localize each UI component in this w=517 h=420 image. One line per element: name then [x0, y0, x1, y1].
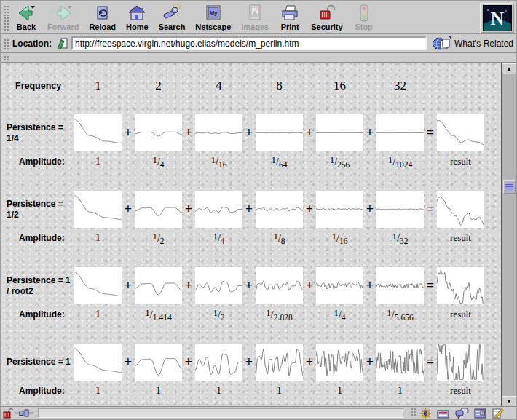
security-button[interactable]: Security: [307, 2, 347, 33]
whats-related-icon: [432, 36, 452, 51]
discussions-icon[interactable]: [455, 408, 469, 419]
svg-text:N: N: [490, 8, 504, 29]
plus-sign: +: [182, 278, 195, 293]
personal-toolbar-grip[interactable]: [3, 55, 9, 60]
main-toolbar: Back Forward Reload Home Search My Netsc…: [1, 1, 516, 34]
amplitude-label: Amplitude:: [1, 156, 74, 167]
home-button[interactable]: Home: [122, 2, 153, 33]
octave-row: Persistence =1/4 + + + + + =: [1, 114, 502, 151]
vertical-scrollbar[interactable]: ▲ ▼: [501, 63, 516, 407]
netscape-window: Back Forward Reload Home Search My Netsc…: [0, 0, 517, 420]
images-icon: [245, 3, 264, 23]
security-status-lock-icon[interactable]: [3, 408, 13, 419]
images-button[interactable]: Images: [237, 2, 273, 33]
location-label: Location:: [12, 39, 52, 49]
noise-wave-image: [256, 191, 303, 228]
back-button[interactable]: Back: [11, 2, 42, 33]
result-label: result: [437, 385, 484, 397]
amplitude-value: 1/32: [376, 231, 424, 245]
noise-wave-image: [195, 344, 242, 381]
svg-text:My: My: [209, 9, 218, 16]
online-plug-icon[interactable]: [15, 409, 33, 417]
frequency-value: 4: [195, 79, 242, 93]
octave-row: Persistence = 1 + + + + + =: [1, 344, 502, 381]
back-icon: [17, 3, 36, 23]
plus-sign: +: [182, 125, 195, 140]
netscape-n-logo-icon: N: [483, 5, 512, 31]
frequency-value: 16: [316, 79, 363, 93]
result-wave-image: [437, 191, 484, 228]
forward-button[interactable]: Forward: [43, 2, 83, 33]
frequency-value: 8: [256, 79, 303, 93]
component-bar-grip[interactable]: [410, 407, 416, 416]
plus-sign: +: [363, 125, 376, 140]
stop-icon: [355, 3, 374, 23]
composer-icon[interactable]: [492, 408, 504, 419]
amplitude-value: 1/2.828: [256, 307, 303, 322]
plus-sign: +: [182, 354, 195, 370]
stop-button[interactable]: Stop: [349, 2, 379, 33]
print-button[interactable]: Print: [275, 2, 305, 33]
amplitude-value: 1: [135, 385, 182, 397]
scroll-down-button[interactable]: ▼: [502, 396, 516, 407]
amplitude-value: 1/5.656: [376, 307, 424, 322]
frequency-value: 2: [135, 79, 182, 93]
result-wave-image: [437, 344, 484, 381]
amplitude-value: 1/1024: [376, 154, 424, 169]
netscape-label: Netscape: [195, 23, 231, 31]
plus-sign: +: [122, 278, 135, 293]
amplitude-value: 1/2: [195, 307, 242, 322]
octave-row: Persistence = 1/ root2 + + + + + =: [1, 267, 502, 304]
plus-sign: +: [363, 278, 376, 293]
plus-sign: +: [242, 125, 256, 140]
component-bar: [419, 408, 514, 419]
amplitude-value: 1/2: [135, 231, 182, 245]
mailbox-icon[interactable]: [437, 408, 450, 419]
scrollbar-thumb[interactable]: [503, 180, 516, 194]
result-label: result: [437, 309, 484, 320]
plus-sign: +: [242, 202, 256, 217]
noise-wave-image: [256, 114, 303, 151]
search-button[interactable]: Search: [154, 2, 190, 33]
noise-wave-image: [376, 344, 424, 381]
amplitude-value: 1: [74, 309, 122, 320]
octave-row: Persistence =1/2 + + + + + =: [1, 191, 502, 228]
reload-button[interactable]: Reload: [84, 2, 120, 33]
noise-wave-image: [74, 191, 122, 228]
noise-wave-image: [195, 191, 242, 228]
netscape-logo-button[interactable]: N: [480, 3, 514, 33]
personal-toolbar-collapsed: [1, 53, 516, 63]
address-book-icon[interactable]: [474, 408, 486, 419]
bookmark-icon[interactable]: [55, 37, 68, 50]
netscape-button[interactable]: My Netscape: [191, 2, 235, 33]
plus-sign: +: [242, 278, 256, 293]
my-netscape-icon: My: [204, 3, 223, 23]
toolbar-grip[interactable]: [3, 4, 9, 31]
images-label: Images: [241, 23, 269, 31]
noise-wave-image: [316, 191, 363, 228]
scroll-up-button[interactable]: ▲: [502, 63, 516, 74]
browser-content: Frequency 1 2 4 8 16 32 Persistence =1/4…: [1, 63, 516, 407]
scrollbar-track[interactable]: [502, 74, 516, 396]
print-label: Print: [281, 23, 299, 31]
plus-sign: +: [182, 202, 195, 217]
amplitude-row: Amplitude: 1 1 1 1 1 1 result: [1, 381, 502, 400]
amplitude-label: Amplitude:: [1, 386, 74, 396]
amplitude-value: 1/8: [256, 231, 303, 245]
whats-related-label: What's Related: [454, 39, 513, 49]
location-bar-grip[interactable]: [3, 38, 9, 49]
url-input[interactable]: [71, 36, 427, 50]
whats-related-button[interactable]: What's Related: [432, 36, 513, 51]
amplitude-value: 1: [74, 232, 122, 244]
print-icon: [280, 3, 299, 23]
frequency-value: 32: [376, 79, 424, 93]
noise-wave-image: [316, 344, 363, 381]
frequency-value: 1: [74, 79, 122, 93]
plus-sign: +: [122, 125, 135, 140]
amplitude-value: 1: [74, 385, 122, 397]
result-label: result: [437, 156, 484, 167]
navigator-icon[interactable]: [419, 408, 432, 419]
plus-sign: +: [122, 354, 135, 370]
amplitude-value: 1/4: [135, 154, 182, 169]
persistence-label: Persistence =1/2: [1, 199, 74, 221]
